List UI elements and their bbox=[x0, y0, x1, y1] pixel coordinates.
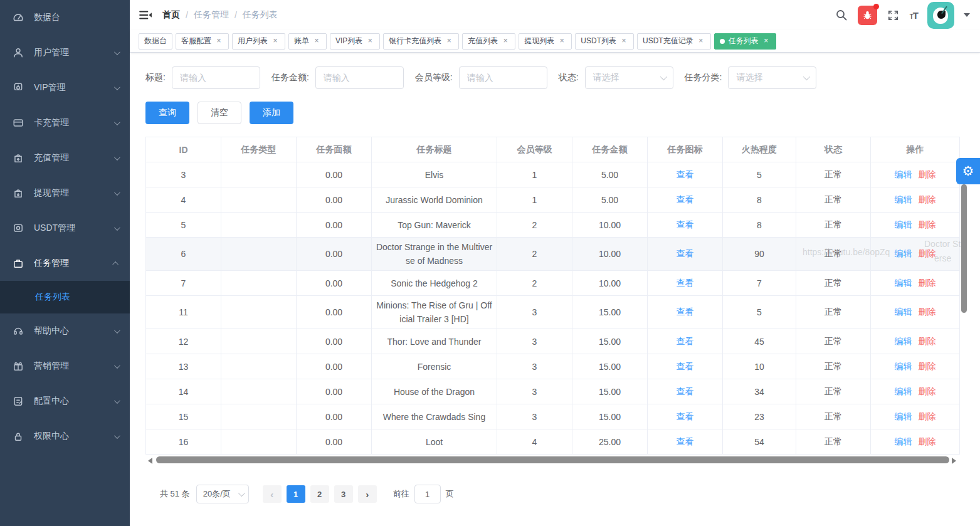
bug-report-button[interactable] bbox=[858, 6, 877, 25]
delete-link[interactable]: 删除 bbox=[919, 219, 936, 229]
sidebar-item-help[interactable]: 帮助中心 bbox=[0, 313, 130, 349]
sidebar-item-vip[interactable]: VIP管理 bbox=[0, 70, 130, 105]
edit-link[interactable]: 编辑 bbox=[895, 248, 912, 258]
tab-customer-service[interactable]: 客服配置× bbox=[176, 33, 229, 50]
tab-vip-list[interactable]: VIP列表× bbox=[330, 33, 380, 50]
prev-page-button[interactable]: ‹ bbox=[263, 485, 282, 503]
view-icon-link[interactable]: 查看 bbox=[677, 386, 694, 396]
cell-member-level: 3 bbox=[497, 379, 572, 404]
view-icon-link[interactable]: 查看 bbox=[677, 336, 694, 346]
edit-link[interactable]: 编辑 bbox=[895, 336, 912, 346]
add-button[interactable]: 添加 bbox=[250, 102, 293, 124]
scroll-left-arrow-icon[interactable] bbox=[148, 458, 152, 464]
cell-heat: 5 bbox=[723, 296, 796, 329]
amount-filter-input[interactable] bbox=[315, 66, 404, 89]
delete-link[interactable]: 删除 bbox=[919, 336, 936, 346]
page-size-select[interactable]: 20条/页 bbox=[196, 485, 249, 503]
delete-link[interactable]: 删除 bbox=[919, 278, 936, 288]
sidebar-item-marketing[interactable]: 营销管理 bbox=[0, 349, 130, 384]
sidebar-item-tasks[interactable]: 任务管理 bbox=[0, 246, 130, 281]
avatar[interactable] bbox=[927, 2, 954, 29]
delete-link[interactable]: 删除 bbox=[919, 248, 936, 258]
close-icon[interactable]: × bbox=[762, 37, 771, 46]
edit-link[interactable]: 编辑 bbox=[895, 278, 912, 288]
tab-usdt-list[interactable]: USDT列表× bbox=[575, 33, 634, 50]
font-size-icon[interactable]: TT bbox=[910, 10, 918, 21]
sidebar-item-card-recharge[interactable]: 卡充管理 bbox=[0, 105, 130, 140]
tab-withdraw-list[interactable]: 提现列表× bbox=[519, 33, 572, 50]
close-icon[interactable]: × bbox=[366, 37, 374, 46]
tab-recharge-list[interactable]: 充值列表× bbox=[462, 33, 515, 50]
clear-button[interactable]: 清空 bbox=[198, 102, 241, 124]
tab-bank-card-recharge-list[interactable]: 银行卡充值列表× bbox=[383, 33, 459, 50]
view-icon-link[interactable]: 查看 bbox=[677, 278, 694, 288]
view-icon-link[interactable]: 查看 bbox=[677, 169, 694, 179]
sidebar-item-withdraw[interactable]: 提现管理 bbox=[0, 176, 130, 211]
horizontal-scrollbar-thumb[interactable] bbox=[156, 456, 949, 463]
sidebar-item-dashboard[interactable]: 数据台 bbox=[0, 0, 130, 35]
category-filter-select[interactable]: 请选择 bbox=[728, 66, 816, 89]
close-icon[interactable]: × bbox=[619, 37, 628, 46]
delete-link[interactable]: 删除 bbox=[919, 361, 936, 371]
sidebar-subitem-task-list[interactable]: 任务列表 bbox=[0, 281, 130, 313]
edit-link[interactable]: 编辑 bbox=[895, 219, 912, 229]
delete-link[interactable]: 删除 bbox=[919, 169, 936, 179]
view-icon-link[interactable]: 查看 bbox=[677, 361, 694, 371]
view-icon-link[interactable]: 查看 bbox=[677, 219, 694, 229]
page-button-1[interactable]: 1 bbox=[287, 485, 305, 503]
avatar-dropdown-caret-icon[interactable] bbox=[964, 13, 970, 17]
settings-gear-button[interactable]: ⚙ bbox=[956, 158, 980, 184]
delete-link[interactable]: 删除 bbox=[919, 194, 936, 204]
fullscreen-icon[interactable] bbox=[887, 8, 900, 22]
page-button-3[interactable]: 3 bbox=[334, 485, 353, 503]
sidebar-item-config[interactable]: 配置中心 bbox=[0, 384, 130, 419]
close-icon[interactable]: × bbox=[271, 37, 280, 46]
vertical-scrollbar[interactable] bbox=[961, 164, 967, 526]
close-icon[interactable]: × bbox=[312, 37, 321, 46]
close-icon[interactable]: × bbox=[557, 37, 566, 46]
tab-task-list-active[interactable]: 任务列表× bbox=[714, 33, 776, 50]
view-icon-link[interactable]: 查看 bbox=[677, 248, 694, 258]
sidebar-item-recharge[interactable]: 充值管理 bbox=[0, 140, 130, 176]
tab-user-list[interactable]: 用户列表× bbox=[232, 33, 285, 50]
hamburger-icon[interactable] bbox=[139, 8, 152, 22]
sidebar-item-usdt[interactable]: USDT管理 bbox=[0, 211, 130, 246]
edit-link[interactable]: 编辑 bbox=[895, 361, 912, 371]
edit-link[interactable]: 编辑 bbox=[895, 169, 912, 179]
level-filter-input[interactable] bbox=[459, 66, 547, 89]
edit-link[interactable]: 编辑 bbox=[895, 436, 912, 446]
delete-link[interactable]: 删除 bbox=[919, 307, 936, 317]
tab-bills[interactable]: 账单× bbox=[288, 33, 327, 50]
search-icon[interactable] bbox=[835, 8, 848, 22]
query-button[interactable]: 查询 bbox=[145, 102, 189, 124]
horizontal-scrollbar[interactable] bbox=[145, 456, 967, 466]
edit-link[interactable]: 编辑 bbox=[895, 307, 912, 317]
tab-usdt-recharge-records[interactable]: USDT充值记录× bbox=[637, 33, 711, 50]
tab-dashboard[interactable]: 数据台 bbox=[139, 33, 172, 50]
delete-link[interactable]: 删除 bbox=[919, 386, 936, 396]
vertical-scrollbar-thumb[interactable] bbox=[961, 184, 967, 313]
delete-link[interactable]: 删除 bbox=[919, 411, 936, 421]
next-page-button[interactable]: › bbox=[358, 485, 377, 503]
view-icon-link[interactable]: 查看 bbox=[677, 307, 694, 317]
delete-link[interactable]: 删除 bbox=[919, 436, 936, 446]
close-icon[interactable]: × bbox=[501, 37, 510, 46]
page-button-2[interactable]: 2 bbox=[310, 485, 329, 503]
sidebar-item-permissions[interactable]: 权限中心 bbox=[0, 419, 130, 454]
view-icon-link[interactable]: 查看 bbox=[677, 411, 694, 421]
close-icon[interactable]: × bbox=[697, 37, 705, 46]
breadcrumb-home[interactable]: 首页 bbox=[162, 9, 180, 21]
status-filter-select[interactable]: 请选择 bbox=[585, 66, 673, 89]
goto-page-input[interactable] bbox=[414, 485, 441, 503]
close-icon[interactable]: × bbox=[214, 37, 223, 46]
view-icon-link[interactable]: 查看 bbox=[677, 194, 694, 204]
view-icon-link[interactable]: 查看 bbox=[677, 436, 694, 446]
close-icon[interactable]: × bbox=[445, 37, 453, 46]
title-filter-input[interactable] bbox=[172, 66, 260, 89]
edit-link[interactable]: 编辑 bbox=[895, 411, 912, 421]
table-row: 7 0.00 Sonic the Hedgehog 2 2 10.00 查看 7… bbox=[146, 271, 960, 296]
scroll-right-arrow-icon[interactable] bbox=[952, 458, 956, 464]
edit-link[interactable]: 编辑 bbox=[895, 194, 912, 204]
sidebar-item-users[interactable]: 用户管理 bbox=[0, 35, 130, 70]
edit-link[interactable]: 编辑 bbox=[895, 386, 912, 396]
